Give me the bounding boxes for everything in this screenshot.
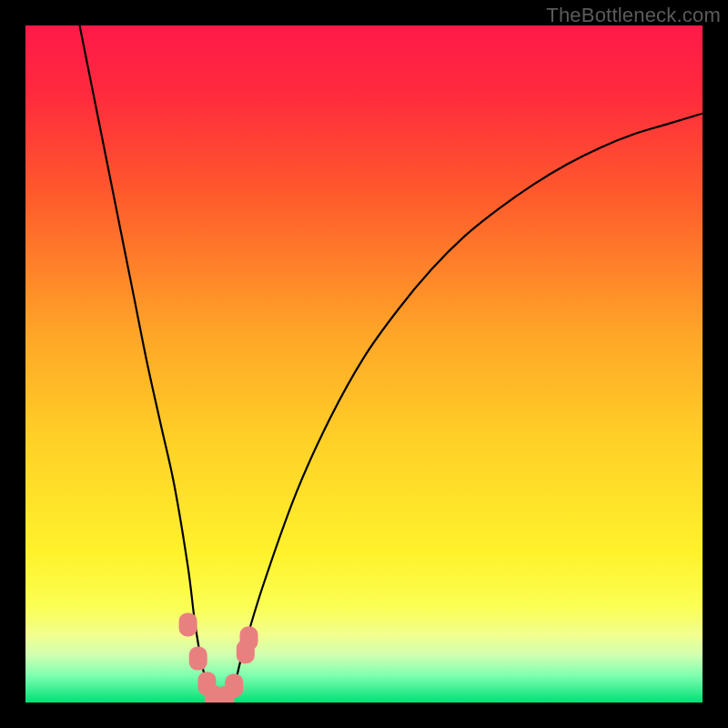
- plot-area: [25, 25, 703, 703]
- curve-marker: [225, 673, 243, 697]
- curve-marker: [189, 647, 207, 671]
- curve-line: [80, 25, 703, 703]
- watermark-text: TheBottleneck.com: [546, 4, 721, 27]
- curve-marker: [240, 626, 258, 650]
- curve-marker: [179, 612, 197, 636]
- curve-markers: [179, 612, 258, 703]
- bottleneck-curve: [25, 25, 703, 703]
- chart-frame: TheBottleneck.com: [0, 0, 728, 728]
